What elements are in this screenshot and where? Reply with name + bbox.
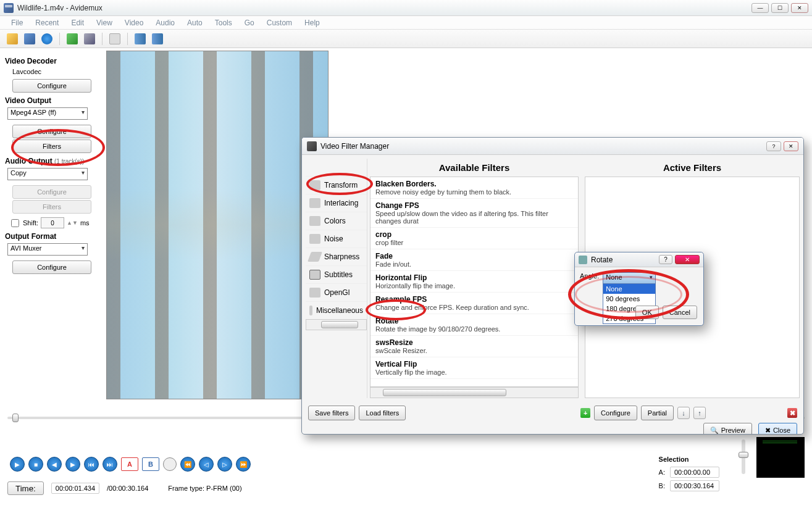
calculator-button[interactable] (107, 31, 122, 46)
open-button[interactable] (5, 31, 20, 46)
timeline-thumb[interactable] (12, 414, 19, 422)
category-label: Colors (324, 217, 346, 225)
disk-button[interactable] (82, 31, 97, 46)
category-label: Interlacing (324, 199, 358, 207)
save-button[interactable] (22, 31, 37, 46)
shift-checkbox[interactable] (11, 219, 19, 227)
play-button[interactable]: ▶ (10, 457, 25, 472)
prev-frame-button[interactable]: ◀ (47, 457, 62, 472)
rotate-titlebar: Rotate ? ✕ (575, 252, 703, 267)
next-keyframe-button[interactable]: ⏭ (103, 457, 117, 472)
set-marker-a-button[interactable]: A (121, 457, 138, 471)
filter-name[interactable]: Resample FPS (375, 295, 573, 304)
filter-desc: Horizontally flip the image. (375, 282, 573, 289)
menu-audio[interactable]: Audio (149, 17, 181, 29)
category-noise[interactable]: Noise (306, 230, 367, 248)
configure-filter-button[interactable]: Configure (594, 406, 637, 420)
category-interlacing[interactable]: Interlacing (306, 194, 367, 212)
filter-name[interactable]: Fade (375, 252, 573, 260)
menu-auto[interactable]: Auto (181, 17, 209, 29)
output-format-select[interactable]: AVI Muxer (7, 243, 88, 256)
goto-start-button[interactable]: ⏪ (180, 457, 195, 472)
info-button[interactable] (40, 31, 54, 46)
filter-name[interactable]: Vertical Flip (375, 360, 573, 369)
dialog-help-button[interactable]: ? (766, 141, 781, 151)
filter-name[interactable]: Rotate (375, 317, 573, 325)
menu-help[interactable]: Help (298, 17, 326, 29)
set-marker-b-button[interactable]: B (142, 457, 159, 471)
video-output-configure-button[interactable]: Configure (12, 125, 91, 138)
shift-unit-label: ms (80, 219, 90, 227)
goto-marker-a-button[interactable]: ◁ (199, 457, 214, 472)
shift-value-input[interactable] (41, 217, 64, 228)
volume-thumb[interactable] (739, 452, 748, 458)
filter-name[interactable]: crop (375, 230, 573, 239)
output-format-configure-button[interactable]: Configure (12, 260, 91, 274)
partial-button[interactable]: Partial (641, 406, 674, 420)
selection-a-value: 00:00:00.00 (670, 467, 719, 478)
category-sharpness[interactable]: Sharpness (306, 248, 367, 265)
move-down-button[interactable]: ↓ (677, 407, 690, 419)
maximize-button[interactable]: ☐ (771, 3, 789, 13)
delete-selection-button[interactable] (163, 457, 177, 471)
video-output-filters-button[interactable]: Filters (12, 139, 91, 153)
filter-desc: Vertically flip the image. (375, 369, 573, 376)
rotate-close-button[interactable]: ✕ (675, 255, 700, 264)
menu-tools[interactable]: Tools (209, 17, 238, 29)
category-opengl[interactable]: OpenGl (306, 283, 367, 301)
angle-option-none[interactable]: None (603, 284, 655, 294)
arrow-icon (152, 33, 163, 44)
toolbar (0, 30, 812, 48)
goto-marker-b-button[interactable]: ▷ (217, 457, 232, 472)
menu-file[interactable]: File (5, 17, 29, 29)
toolbar-separator (127, 33, 128, 45)
move-up-button[interactable]: ↑ (693, 407, 706, 419)
rotate-help-button[interactable]: ? (659, 255, 672, 264)
dialog-body: Transform Interlacing Colors Noise Sharp… (302, 155, 803, 402)
save-filters-button[interactable]: Save filters (308, 406, 355, 420)
rotate-cancel-button[interactable]: Cancel (663, 306, 697, 319)
filter-item: cropcrop filter (370, 228, 578, 249)
category-scrollbar[interactable] (306, 319, 367, 330)
category-transform[interactable]: Transform (306, 176, 367, 194)
close-dialog-button[interactable]: ✖Close (758, 423, 797, 435)
menu-custom[interactable]: Custom (261, 17, 298, 29)
menu-go[interactable]: Go (238, 17, 261, 29)
filter-list-scrollbar[interactable] (370, 387, 579, 398)
audio-output-select[interactable]: Copy (7, 168, 88, 180)
preview-button[interactable]: 🔍Preview (703, 423, 752, 435)
video-decoder-configure-button[interactable]: Configure (12, 79, 91, 93)
arrowout-button[interactable] (150, 31, 165, 46)
filter-name[interactable]: swsResize (375, 338, 573, 347)
menu-recent[interactable]: Recent (29, 17, 65, 29)
goto-end-button[interactable]: ⏩ (236, 457, 251, 472)
category-miscellaneous[interactable]: Miscellaneous (306, 301, 367, 319)
minimize-button[interactable]: — (751, 3, 769, 13)
image-button[interactable] (65, 31, 80, 46)
stop-button[interactable]: ■ (28, 457, 43, 472)
next-frame-button[interactable]: ▶ (65, 457, 80, 472)
filter-name[interactable]: Horizontal Flip (375, 273, 573, 282)
video-output-select[interactable]: Mpeg4 ASP (ff) (7, 107, 88, 120)
category-colors[interactable]: Colors (306, 212, 367, 230)
category-subtitles[interactable]: Subtitles (306, 265, 367, 283)
volume-slider[interactable] (742, 439, 745, 474)
add-filter-button[interactable]: + (580, 408, 590, 418)
filter-name[interactable]: Change FPS (375, 201, 573, 210)
angle-selected[interactable]: None (603, 273, 655, 284)
rotate-ok-button[interactable]: OK (635, 306, 659, 319)
prev-keyframe-button[interactable]: ⏮ (84, 457, 99, 472)
angle-option-90[interactable]: 90 degrees (603, 294, 655, 304)
menu-edit[interactable]: Edit (65, 17, 90, 29)
time-button[interactable]: Time: (7, 481, 44, 495)
dialog-close-button[interactable]: ✕ (784, 141, 798, 151)
remove-filter-button[interactable]: ✖ (787, 408, 797, 418)
playout-button[interactable] (133, 31, 148, 46)
available-filters-panel: Available Filters Blacken Borders.Remove… (370, 159, 579, 398)
menu-view[interactable]: View (90, 17, 119, 29)
filter-list[interactable]: Blacken Borders.Remove noisy edge by tur… (370, 177, 579, 387)
filter-name[interactable]: Blacken Borders. (375, 180, 573, 188)
close-button[interactable]: ✕ (791, 3, 808, 13)
load-filters-button[interactable]: Load filters (359, 406, 406, 420)
menu-video[interactable]: Video (119, 17, 149, 29)
